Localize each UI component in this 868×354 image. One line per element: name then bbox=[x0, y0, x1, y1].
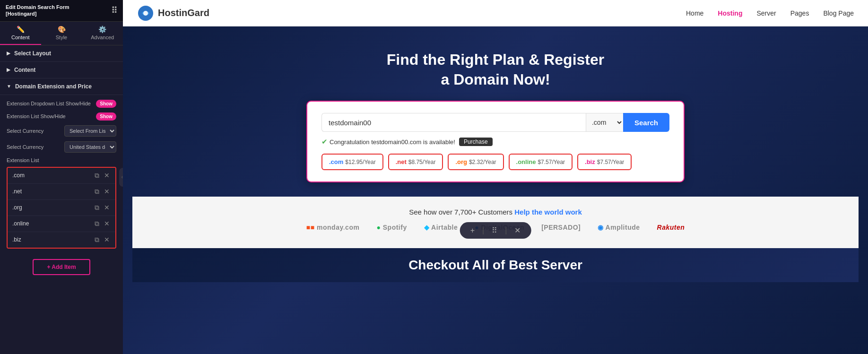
domain-extension-section[interactable]: ▼ Domain Extension and Price bbox=[0, 78, 123, 95]
content-section[interactable]: ▶ Content bbox=[0, 62, 123, 78]
brand-spotify: ● Spotify bbox=[376, 224, 407, 231]
left-panel: Edit Domain Search Form [Hostingard] ⠿ ✏… bbox=[0, 0, 123, 354]
search-input[interactable] bbox=[321, 113, 586, 132]
ext-net-actions: ⧉ ✕ bbox=[94, 188, 111, 196]
ext-com-actions: ⧉ ✕ bbox=[94, 172, 111, 180]
page-body: Find the Right Plan & Register a Domain … bbox=[123, 26, 868, 354]
badge-org-price: $2.32/Year bbox=[469, 159, 496, 165]
select-currency-2-field: Select Currency United States dollar bbox=[7, 141, 116, 153]
brand-rakuten: Rakuten bbox=[657, 224, 685, 231]
tab-bar: ✏️ Content 🎨 Style ⚙️ Advanced bbox=[0, 22, 123, 45]
floating-toolbar: + | ⠿ | ✕ bbox=[460, 222, 531, 239]
availability-text: Congratulation testdomain00.com is avail… bbox=[330, 138, 455, 146]
badge-biz-price: $7.57/Year bbox=[597, 159, 625, 165]
panel-body: ▶ Select Layout ▶ Content ▼ Domain Exten… bbox=[0, 45, 123, 354]
purchase-link[interactable]: Purchase bbox=[459, 138, 493, 146]
badge-biz-name: .biz bbox=[585, 158, 595, 165]
brand-persado: [PERSADO] bbox=[541, 224, 581, 231]
ext-online-copy[interactable]: ⧉ bbox=[94, 220, 100, 228]
domain-extension-label: Domain Extension and Price bbox=[15, 83, 92, 90]
domain-extension-content: Extension Dropdown List Show/Hide Show E… bbox=[0, 95, 123, 253]
extension-dropdown-field: Extension Dropdown List Show/Hide Show bbox=[7, 100, 116, 108]
nav-home[interactable]: Home bbox=[686, 9, 703, 17]
nav-hosting[interactable]: Hosting bbox=[718, 9, 742, 17]
ext-biz-delete[interactable]: ✕ bbox=[103, 236, 111, 244]
badge-net-price: $8.75/Year bbox=[408, 159, 436, 165]
tab-style[interactable]: 🎨 Style bbox=[41, 22, 82, 45]
domain-arrow: ▼ bbox=[7, 84, 11, 89]
ext-item-online: .online ⧉ ✕ bbox=[8, 216, 115, 232]
brand-monday: ■■ monday.com bbox=[306, 224, 360, 231]
customers-text: See how over 7,700+ Customers bbox=[409, 208, 512, 216]
brand-amplitude: ◉ Amplitude bbox=[598, 224, 640, 231]
ext-net-delete[interactable]: ✕ bbox=[103, 188, 111, 196]
badge-online[interactable]: .online $7.57/Year bbox=[509, 154, 573, 170]
resize-handle[interactable]: ‹› bbox=[119, 168, 123, 187]
ext-org-delete[interactable]: ✕ bbox=[103, 204, 111, 212]
select-layout-arrow: ▶ bbox=[7, 51, 10, 56]
ext-com-delete[interactable]: ✕ bbox=[103, 172, 111, 180]
hero-title: Find the Right Plan & Register a Domain … bbox=[387, 50, 604, 89]
ext-dropdown-toggle[interactable]: Show bbox=[96, 100, 116, 108]
ext-online-delete[interactable]: ✕ bbox=[103, 220, 111, 228]
grid-icon[interactable]: ⠿ bbox=[111, 5, 117, 16]
nav-pages[interactable]: Pages bbox=[790, 9, 809, 17]
ext-org-copy[interactable]: ⧉ bbox=[94, 204, 100, 212]
search-bar: .com .net .org .online .biz Search bbox=[321, 113, 669, 132]
tab-content[interactable]: ✏️ Content bbox=[0, 22, 41, 45]
badge-biz[interactable]: .biz $7.57/Year bbox=[577, 154, 632, 170]
badge-net[interactable]: .net $8.75/Year bbox=[388, 154, 443, 170]
badge-com-name: .com bbox=[329, 158, 343, 165]
ext-list-toggle[interactable]: Show bbox=[96, 112, 116, 121]
nav-blog[interactable]: Blog Page bbox=[823, 9, 854, 17]
tab-advanced[interactable]: ⚙️ Advanced bbox=[82, 22, 123, 45]
badge-online-name: .online bbox=[516, 158, 536, 165]
currency-2-select[interactable]: United States dollar bbox=[64, 141, 116, 153]
search-card: .com .net .org .online .biz Search ✔ Con… bbox=[306, 101, 685, 182]
ext-name-com: .com bbox=[12, 172, 94, 179]
badge-online-price: $7.57/Year bbox=[538, 159, 565, 165]
tab-content-label: Content bbox=[11, 35, 30, 40]
brand-name: HostinGard bbox=[158, 8, 209, 18]
search-button[interactable]: Search bbox=[623, 113, 669, 132]
ext-name-org: .org bbox=[12, 204, 94, 211]
ext-biz-copy[interactable]: ⧉ bbox=[94, 236, 100, 244]
toolbar-drag[interactable]: ⠿ bbox=[489, 225, 500, 236]
ext-item-com: .com ⧉ ✕ bbox=[8, 168, 115, 184]
brand-airtable: ◆ Airtable bbox=[424, 224, 458, 231]
badge-org-name: .org bbox=[455, 158, 467, 165]
extension-items-container: .com ⧉ ✕ .net ⧉ ✕ .org ⧉ bbox=[7, 167, 116, 249]
content-arrow: ▶ bbox=[7, 67, 10, 72]
currency-2-label: Select Currency bbox=[7, 144, 43, 150]
ext-net-copy[interactable]: ⧉ bbox=[94, 188, 100, 196]
select-layout-section[interactable]: ▶ Select Layout bbox=[0, 45, 123, 62]
nav-server[interactable]: Server bbox=[756, 9, 776, 17]
svg-point-1 bbox=[143, 11, 148, 16]
brand-icon bbox=[137, 5, 154, 22]
select-layout-label: Select Layout bbox=[14, 50, 51, 57]
badge-com-price: $12.95/Year bbox=[345, 159, 375, 165]
ext-list-heading: Extension List bbox=[7, 157, 116, 163]
tab-style-label: Style bbox=[56, 35, 67, 40]
currency-1-select[interactable]: Select From List bbox=[64, 125, 116, 137]
ext-item-net: .net ⧉ ✕ bbox=[8, 184, 115, 200]
badge-org[interactable]: .org $2.32/Year bbox=[448, 154, 503, 170]
toolbar-separator: | bbox=[482, 226, 484, 235]
content-tab-icon: ✏️ bbox=[17, 26, 25, 33]
ext-com-copy[interactable]: ⧉ bbox=[94, 172, 100, 180]
customers-highlight: Help the world work bbox=[514, 208, 582, 216]
check-icon: ✔ bbox=[321, 138, 328, 146]
panel-header: Edit Domain Search Form [Hostingard] ⠿ bbox=[0, 0, 123, 22]
style-tab-icon: 🎨 bbox=[58, 26, 66, 33]
navbar: HostinGard Home Hosting Server Pages Blo… bbox=[123, 0, 868, 26]
availability-message: ✔ Congratulation testdomain00.com is ava… bbox=[321, 138, 669, 146]
ext-name-net: .net bbox=[12, 188, 94, 195]
toolbar-add[interactable]: + bbox=[468, 225, 477, 236]
main-content: HostinGard Home Hosting Server Pages Blo… bbox=[123, 0, 868, 354]
add-item-button[interactable]: + Add Item bbox=[33, 259, 90, 275]
extension-select[interactable]: .com .net .org .online .biz bbox=[586, 113, 623, 132]
hero-section: Find the Right Plan & Register a Domain … bbox=[132, 41, 859, 182]
content-label: Content bbox=[14, 67, 35, 73]
toolbar-close[interactable]: ✕ bbox=[512, 225, 523, 236]
badge-com[interactable]: .com $12.95/Year bbox=[321, 154, 383, 170]
